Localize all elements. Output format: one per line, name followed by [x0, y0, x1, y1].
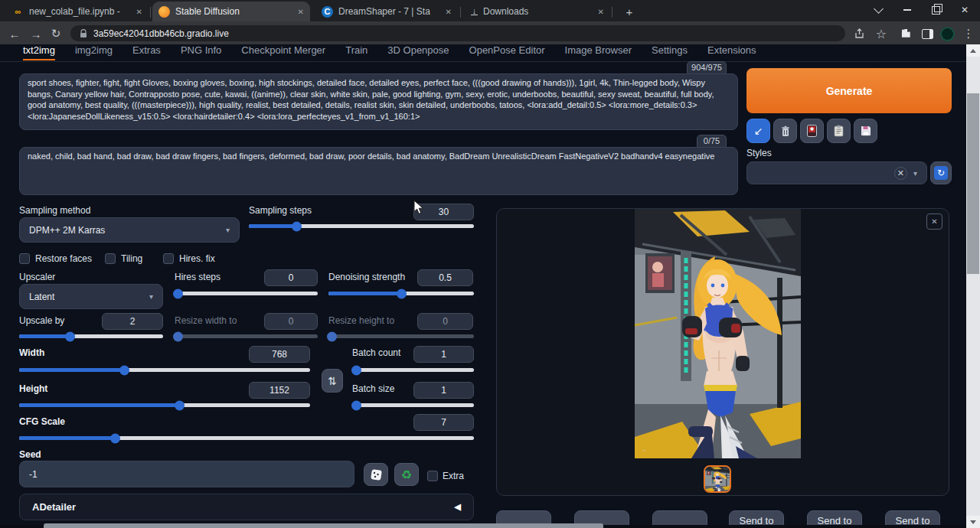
tab-checkpoint-merger[interactable]: Checkpoint Merger — [241, 44, 325, 59]
negative-prompt-textarea[interactable]: naked, child, bad hand, bad draw, bad dr… — [19, 147, 738, 195]
tab-close-icon[interactable]: ✕ — [136, 8, 142, 16]
denoising-strength-slider[interactable] — [328, 292, 474, 295]
close-preview-button[interactable]: ✕ — [926, 213, 942, 230]
tab-extensions[interactable]: Extensions — [707, 44, 756, 59]
scrollbar-thumb[interactable] — [967, 93, 979, 274]
width-label: Width — [19, 347, 44, 358]
styles-dropdown[interactable]: ✕ ▾ — [746, 161, 927, 184]
save-style-button[interactable] — [854, 119, 877, 143]
kebab-menu-icon[interactable]: ⋮ — [960, 25, 977, 42]
cfg-scale-value[interactable]: 7 — [413, 414, 474, 431]
forward-button[interactable]: → — [28, 25, 44, 42]
clipboard-icon — [834, 125, 844, 137]
new-tab-button[interactable]: + — [622, 4, 637, 19]
tab-close-icon[interactable]: ✕ — [598, 8, 604, 16]
bottom-scrollbar-bar[interactable] — [44, 523, 603, 528]
gallery-thumbnail[interactable] — [704, 465, 731, 493]
batch-size-label: Batch size — [352, 383, 394, 394]
colab-icon: ∞ — [12, 6, 24, 18]
share-icon[interactable] — [851, 25, 868, 42]
seed-input[interactable]: -1 — [19, 461, 354, 487]
batch-size-value[interactable]: 1 — [413, 382, 474, 399]
upscale-by-slider[interactable] — [19, 334, 163, 338]
reuse-seed-button[interactable]: ♻ — [394, 463, 419, 486]
hires-steps-label: Hires steps — [175, 272, 220, 282]
hires-steps-slider[interactable] — [175, 292, 318, 295]
width-slider[interactable] — [19, 368, 310, 372]
extra-seed-checkbox[interactable] — [427, 471, 438, 481]
resize-height-slider — [328, 334, 474, 338]
window-restore-button[interactable] — [923, 0, 949, 20]
browser-tab-colab[interactable]: ∞ new_colab_file.ipynb - Colaborat ✕ — [6, 2, 149, 21]
bookmark-star-icon[interactable]: ☆ — [873, 25, 890, 42]
download-icon: ↓ — [471, 8, 478, 16]
height-value[interactable]: 1152 — [249, 382, 310, 399]
batch-count-slider[interactable] — [352, 368, 474, 372]
extensions-puzzle-icon[interactable] — [898, 25, 915, 42]
clear-prompt-button[interactable] — [773, 119, 797, 143]
upscale-by-value[interactable]: 2 — [102, 313, 163, 330]
tiling-checkbox[interactable] — [105, 253, 116, 264]
height-slider[interactable] — [19, 403, 310, 407]
back-button[interactable]: ← — [6, 25, 23, 42]
civitai-icon: C — [322, 6, 333, 18]
page-scrollbar[interactable] — [966, 44, 980, 528]
tab-extras[interactable]: Extras — [132, 44, 161, 59]
tab-txt2img[interactable]: txt2img — [23, 44, 55, 60]
sampling-method-dropdown[interactable]: DPM++ 2M Karras ▾ — [19, 217, 240, 243]
apply-styles-button[interactable] — [827, 119, 851, 143]
tab-image-browser[interactable]: Image Browser — [565, 44, 632, 59]
reload-button[interactable]: ↻ — [47, 25, 64, 42]
window-minimize-button[interactable] — [894, 0, 920, 20]
browser-tab-downloads[interactable]: ↓ Downloads ✕ — [465, 2, 610, 21]
tab-img2img[interactable]: img2img — [75, 44, 113, 59]
paste-generation-params-button[interactable]: ↙ — [746, 119, 770, 143]
resize-width-slider — [175, 334, 318, 338]
window-close-button[interactable]: ✕ — [952, 0, 978, 20]
extra-networks-button[interactable] — [800, 119, 824, 143]
batch-count-value[interactable]: 1 — [413, 346, 474, 363]
prompt-textarea[interactable]: sport shoes, fighter, fight, fight Glove… — [19, 73, 738, 130]
window-menu-button[interactable] — [865, 0, 891, 20]
generated-image[interactable] — [635, 209, 801, 458]
cfg-scale-slider[interactable] — [19, 436, 474, 440]
styles-label: Styles — [746, 148, 772, 158]
clear-styles-icon[interactable]: ✕ — [894, 167, 907, 180]
random-seed-button[interactable] — [364, 463, 388, 486]
browser-tab-stable-diffusion[interactable]: Stable Diffusion ✕ — [152, 2, 310, 21]
tiling-label: Tiling — [121, 253, 142, 264]
minimize-icon — [903, 9, 911, 11]
sampling-steps-slider[interactable] — [249, 224, 474, 228]
batch-size-slider[interactable] — [352, 403, 474, 407]
tab-close-icon[interactable]: ✕ — [298, 8, 304, 16]
refresh-styles-button[interactable]: ↻ — [930, 161, 952, 184]
tab-png-info[interactable]: PNG Info — [181, 44, 221, 59]
tab-close-icon[interactable]: ✕ — [446, 8, 452, 16]
tab-train[interactable]: Train — [345, 44, 368, 59]
swap-width-height-button[interactable]: ⇅ — [322, 369, 343, 393]
tab-settings[interactable]: Settings — [652, 44, 688, 59]
hires-fix-checkbox[interactable] — [163, 253, 174, 264]
profile-avatar[interactable] — [939, 25, 956, 42]
browser-tab-dreamshaper[interactable]: C DreamShaper - 7 | Stable Diffusio ✕ — [315, 2, 458, 21]
recycle-icon: ♻ — [401, 468, 412, 482]
seed-label: Seed — [19, 449, 41, 460]
arrow-up-icon — [970, 49, 976, 53]
screen: ~ ∞ new_colab_file.ipynb - Colaborat ✕ S… — [0, 0, 980, 528]
tab-openpose-editor[interactable]: OpenPose Editor — [469, 44, 545, 59]
upscaler-dropdown[interactable]: Latent ▾ — [19, 284, 163, 309]
hires-fix-label: Hires. fix — [179, 253, 215, 264]
restore-faces-checkbox[interactable] — [19, 253, 30, 264]
adetailer-accordion[interactable]: ADetailer ◀ — [19, 494, 474, 520]
side-panel-icon[interactable] — [919, 25, 936, 42]
address-bar[interactable]: 3a59ec42041dbb46cb.gradio.live — [70, 25, 845, 41]
scroll-down-button[interactable] — [966, 516, 980, 528]
scroll-up-button[interactable] — [966, 44, 980, 57]
denoising-strength-value[interactable]: 0.5 — [417, 269, 473, 286]
generate-button[interactable]: Generate — [746, 68, 952, 113]
hires-steps-value[interactable]: 0 — [264, 269, 318, 286]
sampling-method-value: DPM++ 2M Karras — [29, 225, 105, 236]
mouse-cursor — [413, 200, 424, 215]
width-value[interactable]: 768 — [249, 346, 310, 363]
tab-3d-openpose[interactable]: 3D Openpose — [387, 44, 449, 59]
